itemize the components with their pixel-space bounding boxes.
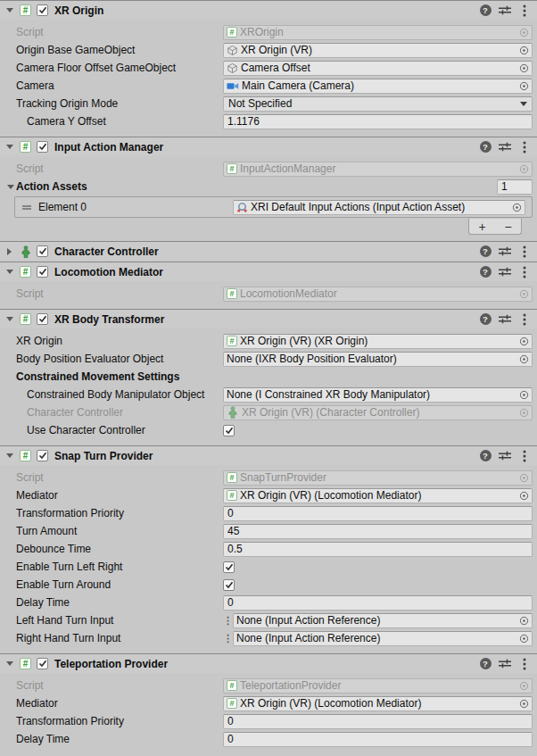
component-enabled-checkbox[interactable] — [37, 313, 48, 325]
kebab-menu-icon[interactable] — [517, 449, 532, 463]
object-field-value: XRI Default Input Actions (Input Action … — [251, 201, 509, 213]
component-header-input-action-manager[interactable]: #Input Action Manager? — [0, 137, 537, 156]
presets-icon[interactable] — [498, 657, 512, 671]
component-enabled-checkbox[interactable] — [37, 4, 48, 16]
field-zone — [223, 595, 533, 611]
script-icon: # — [19, 312, 32, 326]
component-enabled-checkbox[interactable] — [37, 266, 48, 278]
add-element-button[interactable]: + — [469, 219, 495, 234]
field-label: Turn Amount — [16, 525, 223, 537]
foldout-open-icon[interactable] — [4, 313, 15, 325]
dropdown-field[interactable]: Not Specified — [223, 96, 533, 112]
toggle-checkbox[interactable] — [223, 579, 235, 591]
kebab-menu-icon[interactable] — [517, 657, 532, 671]
help-icon[interactable]: ? — [478, 4, 492, 18]
object-field-value: Main Camera (Camera) — [242, 79, 516, 92]
remove-element-button[interactable]: − — [495, 219, 521, 234]
kebab-menu-icon[interactable] — [517, 265, 532, 279]
object-picker-icon[interactable] — [519, 46, 529, 55]
component-enabled-checkbox[interactable] — [37, 658, 48, 669]
toggle-checkbox[interactable] — [223, 561, 235, 573]
object-field[interactable]: #XR Origin (VR) (XR Origin) — [223, 334, 533, 349]
component-header-xr-body-transformer[interactable]: #XR Body Transformer? — [0, 310, 537, 328]
object-field[interactable]: Main Camera (Camera) — [223, 79, 533, 94]
component-header-snap-turn-provider[interactable]: #Snap Turn Provider? — [0, 446, 537, 465]
component-enabled-checkbox[interactable] — [37, 245, 48, 257]
value-input[interactable] — [223, 114, 533, 129]
object-field[interactable]: XR Origin (VR) — [223, 43, 533, 58]
script-icon: # — [227, 27, 237, 37]
value-input[interactable] — [223, 542, 533, 557]
field-label: Left Hand Turn Input — [16, 614, 223, 627]
component-header-locomotion-mediator[interactable]: #Locomotion Mediator? — [0, 262, 537, 281]
help-icon[interactable]: ? — [478, 140, 492, 154]
presets-icon[interactable] — [498, 312, 512, 327]
object-field[interactable]: None (Input Action Reference) — [233, 631, 533, 646]
value-input[interactable] — [223, 732, 533, 747]
component-enabled-checkbox[interactable] — [37, 141, 48, 153]
object-field: #XROrigin — [223, 25, 533, 40]
script-icon: # — [227, 336, 237, 346]
foldout-open-icon[interactable] — [4, 4, 15, 16]
foldout-closed-icon[interactable] — [4, 245, 15, 257]
foldout-open-icon[interactable] — [4, 266, 15, 278]
object-picker-icon[interactable] — [519, 63, 529, 73]
character-icon — [20, 245, 32, 258]
help-icon[interactable]: ? — [478, 245, 492, 259]
field-label: Origin Base GameObject — [16, 44, 223, 56]
object-field[interactable]: #XR Origin (VR) (Locomotion Mediator) — [223, 488, 533, 503]
kebab-menu-icon[interactable] — [517, 4, 532, 18]
presets-icon[interactable] — [498, 245, 512, 259]
presets-icon[interactable] — [498, 4, 512, 18]
object-field[interactable]: XRI Default Input Actions (Input Action … — [233, 200, 525, 215]
object-picker-icon[interactable] — [519, 81, 529, 91]
presets-icon[interactable] — [498, 265, 512, 279]
array-size-field[interactable] — [497, 179, 533, 195]
component-enabled-checkbox[interactable] — [37, 450, 48, 461]
help-icon[interactable]: ? — [478, 657, 492, 671]
component-header-xr-origin[interactable]: #XR Origin? — [0, 1, 537, 20]
presets-icon[interactable] — [498, 140, 512, 154]
presets-icon[interactable] — [498, 449, 512, 463]
help-icon[interactable]: ? — [478, 312, 492, 327]
object-picker-icon[interactable] — [519, 699, 529, 709]
foldout-open-icon[interactable] — [4, 181, 16, 193]
help-icon[interactable]: ? — [478, 265, 492, 279]
foldout-open-icon[interactable] — [4, 141, 15, 153]
drag-handle-icon[interactable] — [21, 204, 33, 211]
action-property-menu-icon[interactable]: ⋮ — [223, 634, 233, 644]
object-field[interactable]: None (Input Action Reference) — [233, 613, 533, 628]
value-input[interactable] — [223, 595, 533, 611]
foldout-open-icon[interactable] — [4, 658, 15, 669]
property-row: Enable Turn Around — [0, 576, 537, 594]
script-icon: # — [227, 472, 237, 483]
object-picker-icon[interactable] — [519, 336, 529, 346]
object-field[interactable]: #XR Origin (VR) (Locomotion Mediator) — [223, 696, 533, 711]
object-picker-icon[interactable] — [519, 390, 529, 400]
kebab-menu-icon[interactable] — [517, 312, 532, 327]
value-input[interactable] — [223, 714, 533, 729]
object-field[interactable]: None (IXR Body Position Evaluator) — [223, 352, 533, 367]
component-header-character-controller[interactable]: Character Controller? — [0, 242, 537, 261]
toggle-checkbox[interactable] — [223, 425, 235, 436]
field-zone: ⋮None (Input Action Reference) — [223, 613, 533, 628]
kebab-menu-icon[interactable] — [517, 245, 532, 259]
object-field[interactable]: Camera Offset — [223, 61, 533, 76]
foldout-open-icon[interactable] — [4, 450, 15, 461]
object-picker-icon[interactable] — [519, 616, 529, 626]
object-field-value: XR Origin (VR) — [241, 44, 516, 56]
object-picker-icon[interactable] — [519, 354, 529, 364]
help-icon[interactable]: ? — [478, 449, 492, 463]
action-property-menu-icon[interactable]: ⋮ — [223, 616, 233, 626]
component-header-teleportation-provider[interactable]: #Teleportation Provider? — [0, 654, 537, 673]
object-picker-icon[interactable] — [519, 634, 529, 644]
list-item[interactable]: Element 0XRI Default Input Actions (Inpu… — [15, 197, 532, 217]
value-input[interactable] — [223, 524, 533, 539]
object-picker-icon[interactable] — [519, 491, 529, 501]
object-picker-icon[interactable] — [512, 203, 522, 212]
value-input[interactable] — [223, 506, 533, 521]
field-zone: #SnapTurnProvider — [223, 470, 533, 486]
object-field[interactable]: None (I Constrained XR Body Manipulator) — [223, 387, 533, 403]
kebab-menu-icon[interactable] — [517, 140, 532, 154]
script-icon: # — [20, 141, 31, 153]
